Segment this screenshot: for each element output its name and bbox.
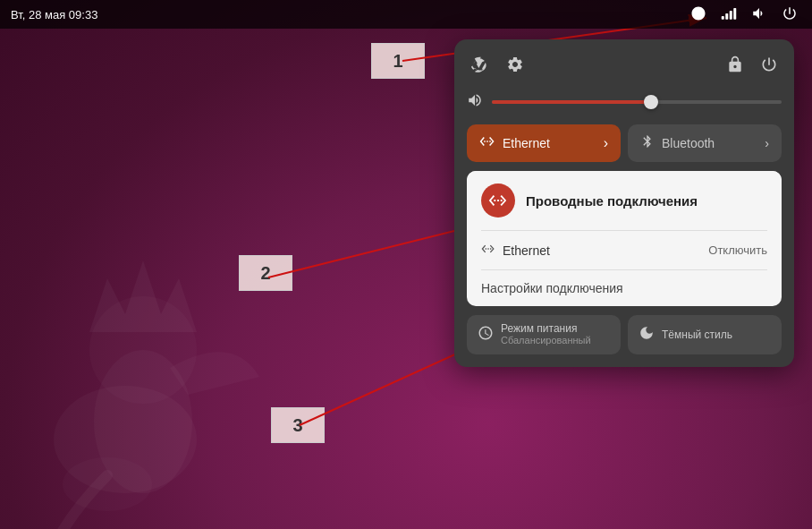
ethernet-button[interactable]: Ethernet › xyxy=(467,124,621,162)
power-mode-text: Режим питания Сбалансированный xyxy=(501,322,591,347)
ethernet-button-left: Ethernet xyxy=(479,133,550,153)
power-mode-button[interactable]: Режим питания Сбалансированный xyxy=(467,315,621,354)
ethernet-connection-left: Ethernet xyxy=(481,242,550,259)
ethernet-connection-row: Ethernet Отключить xyxy=(467,231,782,269)
panel-top-row xyxy=(467,52,782,81)
power-icon[interactable] xyxy=(778,4,801,26)
network-status-icon[interactable] xyxy=(687,4,710,26)
ethernet-dropdown: Проводные подключения Ethernet Отключить… xyxy=(467,171,782,306)
ethernet-settings-row[interactable]: Настройки подключения xyxy=(467,270,782,306)
network-icon[interactable] xyxy=(717,5,740,24)
ethernet-connection-icon xyxy=(481,242,495,259)
bluetooth-button[interactable]: Bluetooth › xyxy=(628,124,782,162)
ethernet-label: Ethernet xyxy=(503,136,550,150)
quick-settings-panel: Ethernet › Bluetooth › Пров xyxy=(454,39,794,367)
bluetooth-button-left: Bluetooth xyxy=(640,133,715,153)
power-menu-icon[interactable] xyxy=(757,52,782,81)
ethernet-header-icon xyxy=(481,183,515,218)
bluetooth-label: Bluetooth xyxy=(662,136,715,150)
svg-rect-7 xyxy=(730,11,732,20)
dark-style-label: Тёмный стиль xyxy=(662,328,732,341)
panel-top-left-icons xyxy=(467,52,528,81)
svg-rect-5 xyxy=(722,16,724,20)
datetime: Вт, 28 мая 09:33 xyxy=(11,8,97,21)
settings-icon[interactable] xyxy=(503,52,528,81)
top-bar: Вт, 28 мая 09:33 xyxy=(0,0,812,29)
screenshot-icon[interactable] xyxy=(467,52,492,81)
network-row: Ethernet › Bluetooth › xyxy=(467,124,782,162)
annotation-box-1: 1 xyxy=(371,43,425,79)
volume-speaker-icon xyxy=(467,92,483,112)
bluetooth-icon xyxy=(640,133,655,153)
ethernet-connection-name: Ethernet xyxy=(503,243,550,258)
volume-slider-fill xyxy=(492,100,651,104)
volume-slider-track[interactable] xyxy=(492,100,782,104)
ethernet-icon xyxy=(479,133,495,153)
volume-icon[interactable] xyxy=(748,4,771,26)
bluetooth-chevron-icon: › xyxy=(765,136,769,150)
dark-style-button[interactable]: Тёмный стиль xyxy=(628,315,782,354)
annotation-box-3: 3 xyxy=(271,407,325,443)
lock-icon[interactable] xyxy=(723,52,748,81)
ethernet-chevron-icon: › xyxy=(604,135,608,151)
power-mode-icon xyxy=(478,325,494,345)
ethernet-dropdown-title: Проводные подключения xyxy=(526,193,698,209)
power-mode-label: Режим питания xyxy=(501,322,591,335)
dark-style-icon xyxy=(639,325,655,345)
bottom-row: Режим питания Сбалансированный Тёмный ст… xyxy=(467,315,782,354)
panel-top-right-icons xyxy=(723,52,782,81)
annotation-box-2: 2 xyxy=(239,255,292,291)
svg-rect-8 xyxy=(733,8,736,20)
svg-marker-3 xyxy=(89,260,197,332)
power-mode-sub: Сбалансированный xyxy=(501,335,591,346)
volume-slider-thumb xyxy=(644,95,658,109)
disconnect-button[interactable]: Отключить xyxy=(708,243,767,257)
ethernet-dropdown-header: Проводные подключения xyxy=(467,171,782,230)
svg-rect-6 xyxy=(725,13,728,20)
volume-row xyxy=(467,92,782,112)
top-bar-right xyxy=(687,4,801,26)
desktop-decoration xyxy=(36,171,286,529)
